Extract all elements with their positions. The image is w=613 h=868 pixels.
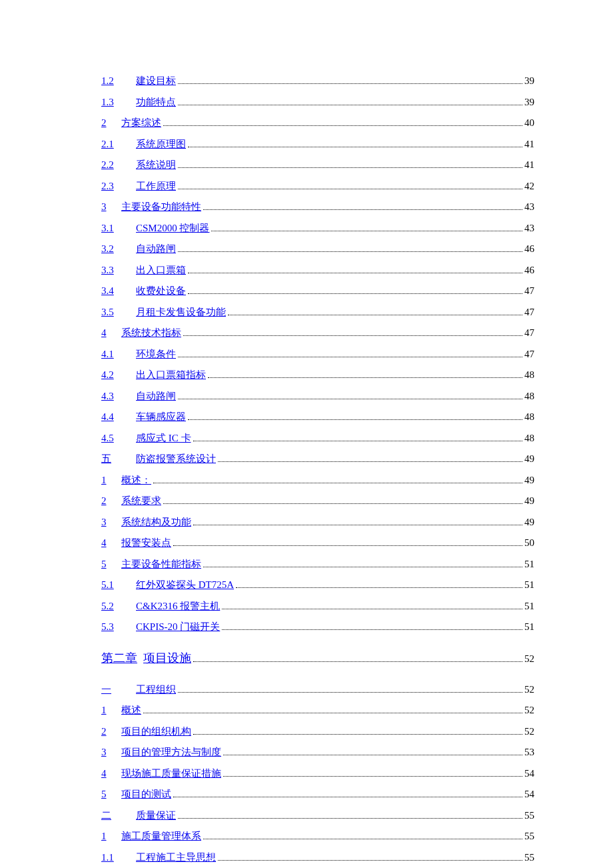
toc-title-link[interactable]: 建设目标 bbox=[136, 73, 176, 89]
toc-number-link[interactable]: 2.3 bbox=[101, 179, 136, 194]
toc-number-link[interactable]: 1 bbox=[101, 473, 121, 488]
toc-row: 4.1环境条件47 bbox=[101, 347, 534, 362]
toc-leader-dots bbox=[178, 181, 522, 189]
toc-title-link[interactable]: 项目的组织机构 bbox=[121, 724, 191, 739]
toc-number-link[interactable]: 3.3 bbox=[101, 263, 136, 278]
toc-number-link[interactable]: 2 bbox=[101, 493, 121, 509]
toc-number-link[interactable]: 4.3 bbox=[101, 389, 136, 404]
toc-title-link[interactable]: 报警安装点 bbox=[121, 535, 171, 551]
toc-title-link[interactable]: 质量保证 bbox=[136, 808, 176, 823]
toc-number-link[interactable]: 4 bbox=[101, 766, 121, 781]
toc-number-link[interactable]: 4 bbox=[101, 535, 121, 551]
toc-number-link[interactable]: 3.1 bbox=[101, 221, 136, 236]
toc-title-link[interactable]: 施工质量管理体系 bbox=[121, 829, 201, 844]
toc-number-link[interactable]: 5.3 bbox=[101, 619, 136, 635]
toc-title-link[interactable]: 工作原理 bbox=[136, 179, 176, 194]
toc-number-link[interactable]: 5 bbox=[101, 557, 121, 572]
toc-number-link[interactable]: 1 bbox=[101, 829, 121, 844]
toc-row: 2.1系统原理图41 bbox=[101, 137, 534, 152]
toc-title-link[interactable]: 系统说明 bbox=[136, 157, 176, 173]
toc-number-link[interactable]: 3 bbox=[101, 199, 121, 215]
toc-title-link[interactable]: 工程组织 bbox=[136, 682, 176, 697]
toc-title-link[interactable]: 主要设备功能特性 bbox=[121, 199, 201, 215]
toc-number-link[interactable]: 3.2 bbox=[101, 241, 136, 257]
toc-title-link[interactable]: 系统原理图 bbox=[136, 137, 186, 152]
toc-title-link[interactable]: C&K2316 报警主机 bbox=[136, 599, 220, 614]
toc-row: 5项目的测试54 bbox=[101, 787, 534, 802]
toc-page-number: 46 bbox=[524, 263, 534, 278]
toc-number-link[interactable]: 4 bbox=[101, 325, 121, 341]
toc-title-link[interactable]: 自动路闸 bbox=[136, 389, 176, 404]
toc-title-link[interactable]: 概述 bbox=[121, 703, 141, 718]
toc-row: 3.3出入口票箱46 bbox=[101, 263, 534, 278]
toc-title-link[interactable]: 红外双鉴探头 DT725A bbox=[136, 577, 234, 593]
toc-number-link[interactable]: 1.1 bbox=[101, 850, 136, 865]
toc-page: 1.2建设目标391.3功能特点392方案综述402.1系统原理图412.2系统… bbox=[0, 0, 613, 868]
toc-title-link[interactable]: 项目的测试 bbox=[121, 787, 171, 802]
toc-title-link[interactable]: 功能特点 bbox=[136, 95, 176, 110]
toc-page-number: 47 bbox=[524, 283, 534, 299]
toc-number-link[interactable]: 五 bbox=[101, 451, 136, 467]
toc-title-link[interactable]: 感应式 IC 卡 bbox=[136, 431, 191, 446]
toc-page-number: 43 bbox=[524, 221, 534, 236]
toc-title-link[interactable]: 出入口票箱指标 bbox=[136, 367, 206, 383]
toc-row: 3系统结构及功能49 bbox=[101, 515, 534, 530]
toc-number-link[interactable]: 1.2 bbox=[101, 73, 136, 89]
toc-number-link[interactable]: 3.5 bbox=[101, 305, 136, 320]
toc-number-link[interactable]: 4.2 bbox=[101, 367, 136, 383]
toc-title-link[interactable]: 工程施工主导思想 bbox=[136, 850, 216, 865]
toc-page-number: 49 bbox=[524, 515, 534, 530]
toc-title-link[interactable]: CSM2000 控制器 bbox=[136, 221, 209, 236]
toc-title-link[interactable]: 方案综述 bbox=[121, 115, 161, 131]
toc-number-link[interactable]: 二 bbox=[101, 808, 136, 823]
toc-row: 5主要设备性能指标51 bbox=[101, 557, 534, 572]
toc-title-link[interactable]: 系统结构及功能 bbox=[121, 515, 191, 530]
toc-number-link[interactable]: 第二章 bbox=[101, 649, 137, 667]
toc-title-link[interactable]: 主要设备性能指标 bbox=[121, 557, 201, 572]
toc-title-link[interactable]: 防盗报警系统设计 bbox=[136, 451, 216, 467]
toc-title-link[interactable]: 现场施工质量保证措施 bbox=[121, 766, 221, 781]
toc-title-link[interactable]: 项目的管理方法与制度 bbox=[121, 745, 221, 760]
toc-number-link[interactable]: 2.1 bbox=[101, 137, 136, 152]
toc-page-number: 51 bbox=[524, 599, 534, 614]
toc-page-number: 52 bbox=[524, 703, 534, 718]
toc-title-link[interactable]: 出入口票箱 bbox=[136, 263, 186, 278]
toc-title-link[interactable]: 收费处设备 bbox=[136, 283, 186, 299]
toc-title-link[interactable]: 自动路闸 bbox=[136, 241, 176, 257]
toc-title-link[interactable]: 系统技术指标 bbox=[121, 325, 181, 341]
toc-number-link[interactable]: 4.1 bbox=[101, 347, 136, 362]
toc-number-link[interactable]: 3 bbox=[101, 515, 121, 530]
toc-leader-dots bbox=[163, 495, 522, 504]
toc-number-link[interactable]: 5.2 bbox=[101, 599, 136, 614]
toc-page-number: 49 bbox=[524, 473, 534, 488]
toc-title-link[interactable]: 项目设施 bbox=[143, 649, 191, 667]
toc-title-link[interactable]: 环境条件 bbox=[136, 347, 176, 362]
toc-number-link[interactable]: 5 bbox=[101, 787, 121, 802]
toc-title-link[interactable]: 概述： bbox=[121, 473, 151, 488]
toc-title-link[interactable]: 系统要求 bbox=[121, 493, 161, 509]
toc-number-link[interactable]: 4.4 bbox=[101, 409, 136, 425]
toc-title-link[interactable]: CKPIS-20 门磁开关 bbox=[136, 619, 220, 635]
toc-row: 3.2自动路闸46 bbox=[101, 241, 534, 257]
toc-title-link[interactable]: 月租卡发售设备功能 bbox=[136, 305, 226, 320]
toc-page-number: 51 bbox=[524, 557, 534, 572]
toc-page-number: 47 bbox=[524, 325, 534, 341]
toc-number-link[interactable]: 1 bbox=[101, 703, 121, 718]
toc-number-link[interactable]: 2 bbox=[101, 115, 121, 131]
toc-page-number: 52 bbox=[524, 651, 534, 667]
toc-number-link[interactable]: 4.5 bbox=[101, 431, 136, 446]
toc-number-link[interactable]: 5.1 bbox=[101, 577, 136, 593]
toc-row: 二质量保证55 bbox=[101, 808, 534, 823]
toc-title-link[interactable]: 车辆感应器 bbox=[136, 409, 186, 425]
toc-leader-dots bbox=[178, 159, 522, 168]
toc-number-link[interactable]: 3.4 bbox=[101, 283, 136, 299]
toc-number-link[interactable]: 2.2 bbox=[101, 157, 136, 173]
toc-leader-dots bbox=[143, 705, 522, 713]
toc-number-link[interactable]: 1.3 bbox=[101, 95, 136, 110]
toc-row: 5.2C&K2316 报警主机51 bbox=[101, 599, 534, 614]
toc-leader-dots bbox=[178, 97, 522, 105]
toc-page-number: 41 bbox=[524, 137, 534, 152]
toc-number-link[interactable]: 一 bbox=[101, 682, 136, 697]
toc-number-link[interactable]: 2 bbox=[101, 724, 121, 739]
toc-number-link[interactable]: 3 bbox=[101, 745, 121, 760]
